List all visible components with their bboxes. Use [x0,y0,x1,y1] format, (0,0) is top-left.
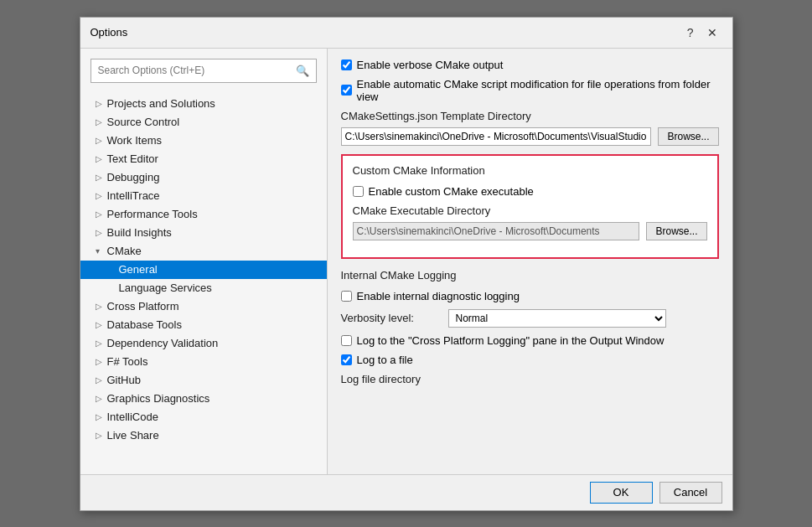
tree-arrow-work-items: ▷ [96,136,107,145]
sidebar-item-fsharp-tools[interactable]: ▷F# Tools [80,353,327,371]
tree-arrow-database-tools: ▷ [96,320,107,329]
tree-arrow-fsharp-tools: ▷ [96,357,107,366]
tree-label-intellitrace: IntelliTrace [107,189,323,202]
tree-label-source-control: Source Control [107,116,323,128]
close-button[interactable]: ✕ [702,24,722,41]
tree-label-work-items: Work Items [107,134,323,147]
tree-arrow-build-insights: ▷ [96,228,107,237]
main-content: Enable verbose CMake output Enable autom… [328,49,732,474]
sidebar-item-intellicode[interactable]: ▷IntelliCode [80,408,327,426]
log-to-file-label: Log to a file [357,354,413,366]
template-dir-row: Browse... [341,127,719,146]
logging-section-title: Internal CMake Logging [341,269,719,282]
cmake-exec-dir-label: CMake Executable Directory [353,204,707,217]
tree-label-build-insights: Build Insights [107,226,323,239]
tree-arrow-text-editor: ▷ [96,154,107,163]
options-dialog: Options ? ✕ 🔍 ▷Projects and Solutions▷So… [80,17,733,511]
tree-label-dep-validation: Dependency Validation [107,337,323,349]
sidebar-item-cmake-lang[interactable]: Language Services [80,279,327,297]
custom-section-title: Custom CMake Information [353,164,707,177]
enable-custom-checkbox[interactable] [353,186,364,197]
sidebar-item-projects[interactable]: ▷Projects and Solutions [80,95,327,113]
internal-log-label: Enable internal diagnostic logging [357,290,520,302]
tree-label-debugging: Debugging [107,171,323,183]
sidebar-item-cmake[interactable]: ▾CMake [80,242,327,261]
sidebar-item-cross-platform[interactable]: ▷Cross Platform [80,297,327,316]
sidebar-item-source-control[interactable]: ▷Source Control [80,113,327,132]
tree-arrow-debugging: ▷ [96,173,107,182]
help-button[interactable]: ? [682,24,699,41]
browse2-button[interactable]: Browse... [646,222,706,240]
tree-arrow-cmake: ▾ [96,246,107,256]
tree: ▷Projects and Solutions▷Source Control▷W… [80,91,327,474]
auto-script-label: Enable automatic CMake script modificati… [357,78,719,103]
tree-label-cross-platform: Cross Platform [107,300,323,313]
tree-label-live-share: Live Share [107,429,323,442]
tree-arrow-graphics-diag: ▷ [96,394,107,403]
verbose-cmake-row: Enable verbose CMake output [341,59,719,71]
dialog-title: Options [91,26,128,39]
sidebar-item-performance-tools[interactable]: ▷Performance Tools [80,205,327,224]
log-file-dir-label: Log file directory [341,373,719,385]
sidebar-item-build-insights[interactable]: ▷Build Insights [80,224,327,242]
verbosity-label: Verbosity level: [341,312,442,324]
tree-label-intellicode: IntelliCode [107,411,323,423]
log-to-file-checkbox[interactable] [341,354,352,365]
internal-log-checkbox[interactable] [341,291,352,302]
sidebar-item-graphics-diag[interactable]: ▷Graphics Diagnostics [80,390,327,408]
sidebar-item-intellitrace[interactable]: ▷IntelliTrace [80,187,327,205]
tree-arrow-live-share: ▷ [96,431,107,440]
tree-arrow-cross-platform: ▷ [96,302,107,311]
title-bar: Options ? ✕ [80,18,732,49]
tree-arrow-intellicode: ▷ [96,412,107,421]
tree-arrow-dep-validation: ▷ [96,338,107,348]
search-input[interactable] [98,65,296,76]
verbosity-select[interactable]: Normal Quiet Verbose [448,309,666,328]
tree-label-github: GitHub [107,374,323,386]
tree-label-graphics-diag: Graphics Diagnostics [107,392,323,405]
sidebar-item-text-editor[interactable]: ▷Text Editor [80,150,327,168]
custom-cmake-section: Custom CMake Information Enable custom C… [341,154,719,259]
auto-script-row: Enable automatic CMake script modificati… [341,78,719,103]
cancel-button[interactable]: Cancel [659,482,722,504]
cross-platform-log-label: Log to the "Cross Platform Logging" pane… [357,334,665,347]
dialog-footer: OK Cancel [80,474,732,510]
sidebar-item-dep-validation[interactable]: ▷Dependency Validation [80,334,327,353]
verbose-cmake-label: Enable verbose CMake output [357,59,504,71]
verbosity-row: Verbosity level: Normal Quiet Verbose [341,309,719,328]
search-icon[interactable]: 🔍 [296,65,309,77]
tree-arrow-projects: ▷ [96,99,107,108]
cross-platform-log-checkbox[interactable] [341,335,352,346]
sidebar-item-cmake-general[interactable]: General [80,261,327,279]
content-scroll[interactable]: Enable verbose CMake output Enable autom… [328,49,732,474]
sidebar-item-github[interactable]: ▷GitHub [80,371,327,390]
template-dir-label: CMakeSettings.json Template Directory [341,110,719,122]
tree-label-text-editor: Text Editor [107,152,323,165]
enable-custom-row: Enable custom CMake executable [353,185,707,198]
dialog-body: 🔍 ▷Projects and Solutions▷Source Control… [80,49,732,474]
verbose-cmake-checkbox[interactable] [341,59,352,70]
tree-label-projects: Projects and Solutions [107,97,323,110]
log-to-file-row: Log to a file [341,354,719,366]
ok-button[interactable]: OK [590,482,653,504]
cross-platform-log-row: Log to the "Cross Platform Logging" pane… [341,334,719,347]
sidebar: 🔍 ▷Projects and Solutions▷Source Control… [80,49,328,474]
sidebar-item-database-tools[interactable]: ▷Database Tools [80,316,327,334]
tree-label-performance-tools: Performance Tools [107,208,323,220]
auto-script-checkbox[interactable] [341,85,352,96]
cmake-exec-dir-input[interactable] [353,222,640,240]
tree-label-fsharp-tools: F# Tools [107,355,323,368]
internal-log-row: Enable internal diagnostic logging [341,290,719,302]
sidebar-item-work-items[interactable]: ▷Work Items [80,132,327,150]
tree-arrow-performance-tools: ▷ [96,209,107,219]
sidebar-item-live-share[interactable]: ▷Live Share [80,426,327,445]
cmake-exec-dir-row: Browse... [353,222,707,240]
browse1-button[interactable]: Browse... [658,127,718,146]
tree-label-cmake: CMake [107,245,323,257]
tree-arrow-github: ▷ [96,375,107,385]
tree-label-database-tools: Database Tools [107,318,323,331]
search-box[interactable]: 🔍 [91,59,317,83]
tree-arrow-source-control: ▷ [96,117,107,127]
template-dir-input[interactable] [341,127,652,146]
sidebar-item-debugging[interactable]: ▷Debugging [80,168,327,187]
